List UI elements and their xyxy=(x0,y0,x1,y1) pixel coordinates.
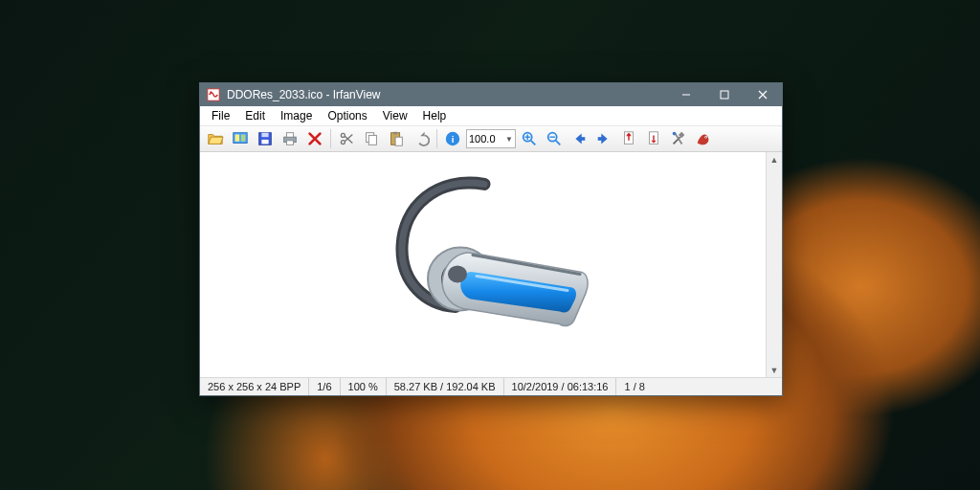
zoom-in-icon xyxy=(521,130,538,147)
delete-x-icon xyxy=(306,130,323,147)
prev-image-button[interactable] xyxy=(568,127,590,150)
scissors-icon xyxy=(338,130,355,147)
toolbar-separator xyxy=(436,129,437,148)
open-folder-icon xyxy=(207,130,224,147)
zoom-in-button[interactable] xyxy=(518,127,541,150)
menu-options[interactable]: Options xyxy=(320,107,374,124)
window-title: DDORes_2033.ico - IrfanView xyxy=(227,88,667,101)
print-button[interactable] xyxy=(278,127,301,150)
toolbar-separator xyxy=(330,129,331,148)
print-icon xyxy=(281,130,299,147)
chevron-down-icon: ▼ xyxy=(505,135,513,144)
svg-rect-24 xyxy=(581,137,586,141)
svg-point-35 xyxy=(448,265,467,282)
menu-file[interactable]: File xyxy=(204,107,237,124)
next-page-button[interactable] xyxy=(642,127,665,150)
menubar: File Edit Image Options View Help xyxy=(200,106,782,126)
statusbar: 256 x 256 x 24 BPP 1/6 100 % 58.27 KB / … xyxy=(200,377,782,395)
zoom-out-button[interactable] xyxy=(543,127,566,150)
irfanview-logo-icon xyxy=(695,130,712,147)
svg-rect-8 xyxy=(261,133,268,138)
arrow-left-icon xyxy=(570,130,588,147)
status-filesize: 58.27 KB / 192.04 KB xyxy=(387,378,504,395)
status-datetime: 10/2/2019 / 06:13:16 xyxy=(504,378,617,395)
svg-rect-16 xyxy=(368,135,376,145)
svg-rect-12 xyxy=(286,141,293,145)
open-button[interactable] xyxy=(204,127,227,150)
status-page: 1 / 8 xyxy=(616,378,652,395)
svg-rect-5 xyxy=(235,135,240,142)
zoom-out-icon xyxy=(546,130,563,147)
menu-view[interactable]: View xyxy=(375,107,415,124)
app-icon xyxy=(206,87,221,102)
slideshow-icon xyxy=(232,130,249,147)
settings-tools-icon xyxy=(670,130,687,147)
svg-rect-6 xyxy=(241,135,246,142)
app-window: DDORes_2033.ico - IrfanView File Edit Im… xyxy=(199,82,783,396)
toolbar: i 100.0 ▼ xyxy=(200,126,782,152)
svg-rect-25 xyxy=(598,137,603,141)
settings-button[interactable] xyxy=(667,127,690,150)
titlebar[interactable]: DDORes_2033.ico - IrfanView xyxy=(200,83,782,106)
image-canvas[interactable] xyxy=(200,152,782,378)
save-icon xyxy=(256,130,274,147)
scroll-down-button[interactable]: ▼ xyxy=(767,363,782,378)
copy-button[interactable] xyxy=(360,127,383,150)
svg-point-29 xyxy=(673,132,677,136)
svg-rect-18 xyxy=(393,132,397,135)
scroll-up-button[interactable]: ▲ xyxy=(767,152,782,167)
minimize-button[interactable] xyxy=(667,83,705,106)
svg-rect-9 xyxy=(261,140,268,145)
undo-icon xyxy=(412,130,430,147)
clipboard-paste-icon xyxy=(388,130,405,147)
svg-point-1 xyxy=(210,91,212,93)
delete-button[interactable] xyxy=(303,127,326,150)
menu-image[interactable]: Image xyxy=(273,107,320,124)
status-dimensions: 256 x 256 x 24 BPP xyxy=(200,378,309,395)
menu-help[interactable]: Help xyxy=(415,107,455,124)
vertical-scrollbar[interactable]: ▲ ▼ xyxy=(766,152,782,378)
info-icon: i xyxy=(444,130,461,147)
next-image-button[interactable] xyxy=(592,127,615,150)
save-button[interactable] xyxy=(254,127,277,150)
svg-rect-11 xyxy=(286,133,293,138)
about-button[interactable] xyxy=(692,127,715,150)
page-prev-icon xyxy=(620,130,637,147)
menu-edit[interactable]: Edit xyxy=(237,107,273,124)
paste-button[interactable] xyxy=(385,127,408,150)
prev-page-button[interactable] xyxy=(617,127,640,150)
info-button[interactable]: i xyxy=(441,127,464,150)
svg-point-31 xyxy=(705,137,706,138)
svg-text:i: i xyxy=(452,134,455,145)
cut-button[interactable] xyxy=(335,127,358,150)
copy-icon xyxy=(363,130,380,147)
status-index: 1/6 xyxy=(309,378,340,395)
svg-rect-3 xyxy=(721,91,728,99)
zoom-value: 100.0 xyxy=(469,133,496,145)
displayed-image-headset-icon xyxy=(381,167,601,348)
close-button[interactable] xyxy=(744,83,782,106)
page-next-icon xyxy=(645,130,662,147)
status-zoom: 100 % xyxy=(341,378,387,395)
svg-rect-19 xyxy=(395,137,402,145)
undo-button[interactable] xyxy=(410,127,433,150)
arrow-right-icon xyxy=(595,130,612,147)
slideshow-button[interactable] xyxy=(229,127,252,150)
zoom-combobox[interactable]: 100.0 ▼ xyxy=(466,129,516,148)
maximize-button[interactable] xyxy=(705,83,744,106)
